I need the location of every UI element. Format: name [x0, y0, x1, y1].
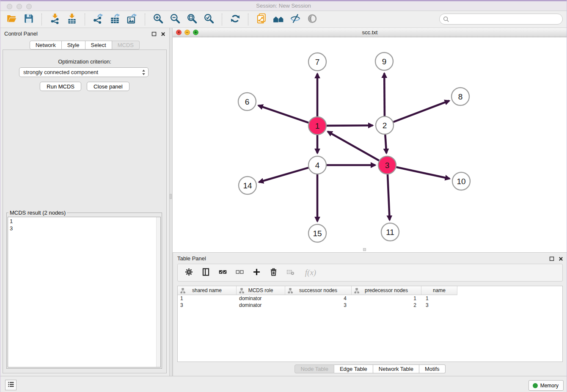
import-network-button[interactable]	[47, 13, 62, 26]
refresh-layout-button[interactable]	[228, 13, 242, 26]
window-border-left	[0, 0, 0, 392]
import-table-button[interactable]	[64, 13, 79, 26]
graph-edge-4-14[interactable]	[259, 168, 308, 182]
column-header-MCDS-role[interactable]: MCDS role	[237, 286, 285, 295]
search-icon	[443, 16, 449, 22]
node-table: shared nameMCDS rolesuccessor nodesprede…	[177, 286, 563, 362]
network-canvas[interactable]: 7968124314101511	[173, 37, 567, 252]
column-header-predecessor-nodes[interactable]: predecessor nodes	[352, 286, 421, 295]
graph-edge-2-9[interactable]	[384, 73, 385, 116]
graph-node-15[interactable]: 15	[308, 224, 326, 242]
zoom-in-button[interactable]	[151, 13, 165, 26]
tab-edge-table[interactable]: Edge Table	[334, 364, 373, 373]
tab-node-table[interactable]: Node Table	[295, 364, 334, 373]
mcds-result-list[interactable]: 1 3	[8, 217, 161, 367]
graph-node-3[interactable]: 3	[378, 156, 396, 174]
table-cell[interactable]: 1	[178, 295, 237, 301]
dropdown-stepper-icon	[142, 69, 146, 76]
table-row[interactable]: 1dominator411	[178, 295, 562, 302]
deselect-all-rows-button[interactable]	[234, 268, 245, 278]
list-icon	[7, 380, 15, 390]
tab-motifs[interactable]: Motifs	[419, 364, 446, 373]
graph-node-4[interactable]: 4	[308, 156, 326, 174]
table-cell[interactable]: 2	[352, 302, 421, 308]
graph-node-10[interactable]: 10	[452, 172, 470, 190]
tab-select[interactable]: Select	[85, 41, 112, 50]
network-window-titlebar[interactable]: × − + scc.txt	[173, 28, 567, 37]
search-input[interactable]	[449, 14, 562, 24]
graph-edge-2-8[interactable]	[394, 101, 449, 122]
table-cell[interactable]: 3	[421, 302, 457, 308]
criterion-dropdown[interactable]: strongly connected component	[19, 67, 149, 77]
memory-button[interactable]: Memory	[528, 380, 564, 391]
tab-network-table[interactable]: Network Table	[373, 364, 419, 373]
delete-column-icon	[269, 268, 278, 278]
graph-edge-3-1[interactable]	[328, 132, 379, 161]
graph-node-8[interactable]: 8	[451, 88, 469, 105]
window-zoom-button[interactable]	[26, 4, 32, 9]
svg-text:3: 3	[385, 161, 390, 170]
zoom-fit-button[interactable]	[184, 13, 199, 26]
graph-node-6[interactable]: 6	[238, 93, 256, 110]
graph-edge-1-2[interactable]	[327, 125, 373, 126]
result-scrollbar[interactable]	[156, 217, 160, 367]
column-header-successor-nodes[interactable]: successor nodes	[285, 286, 352, 295]
toolbar-separator	[85, 14, 85, 25]
graph-edge-3-11[interactable]	[388, 174, 390, 220]
tab-style[interactable]: Style	[62, 41, 85, 50]
panel-split-divider[interactable]	[169, 28, 173, 376]
divider-grip-icon[interactable]	[170, 194, 172, 199]
graph-edge-2-3[interactable]	[385, 135, 386, 153]
graph-node-9[interactable]: 9	[375, 52, 393, 70]
table-cell[interactable]: dominator	[237, 302, 285, 308]
window-close-button[interactable]	[7, 4, 12, 9]
network-close-button[interactable]: ×	[176, 30, 182, 35]
task-history-button[interactable]	[5, 380, 17, 390]
open-file-button[interactable]	[4, 13, 19, 26]
control-panel-close-button[interactable]	[161, 32, 165, 36]
show-all-button[interactable]	[305, 13, 319, 26]
table-panel-float-button[interactable]	[549, 256, 554, 261]
select-all-rows-button[interactable]	[217, 268, 228, 278]
graph-edge-3-10[interactable]	[396, 167, 450, 179]
table-cell[interactable]: 4	[285, 295, 352, 301]
network-minimize-button[interactable]: −	[184, 30, 190, 35]
graph-node-11[interactable]: 11	[381, 223, 399, 241]
column-visibility-button[interactable]	[201, 268, 211, 278]
delete-column-button[interactable]	[268, 268, 278, 278]
graph-node-7[interactable]: 7	[308, 53, 326, 71]
control-panel-float-button[interactable]	[151, 31, 157, 36]
table-cell[interactable]: 3	[178, 302, 237, 308]
tab-network[interactable]: Network	[30, 41, 62, 50]
clone-network-button[interactable]	[254, 13, 269, 26]
first-neighbors-button[interactable]	[271, 13, 286, 26]
svg-text:4: 4	[315, 161, 320, 170]
export-image-button[interactable]	[124, 13, 139, 26]
zoom-selected-button[interactable]	[201, 13, 216, 26]
table-settings-button[interactable]	[184, 268, 194, 278]
table-cell[interactable]: 1	[352, 295, 421, 301]
graph-node-1[interactable]: 1	[308, 117, 326, 135]
column-header-shared-name[interactable]: shared name	[178, 286, 237, 295]
graph-node-14[interactable]: 14	[239, 177, 256, 194]
export-table-button[interactable]	[107, 13, 122, 26]
add-column-button[interactable]	[251, 268, 261, 278]
table-row[interactable]: 3dominator323	[178, 302, 562, 309]
graph-edge-1-6[interactable]	[259, 105, 309, 123]
tab-mcds[interactable]: MCDS	[112, 41, 140, 50]
zoom-out-button[interactable]	[168, 13, 182, 26]
column-header-name[interactable]: name	[421, 286, 457, 295]
hide-selected-button[interactable]	[288, 13, 303, 26]
table-cell[interactable]: 1	[421, 295, 457, 301]
graph-node-2[interactable]: 2	[376, 116, 394, 134]
export-network-button[interactable]	[91, 13, 105, 26]
close-panel-button[interactable]: Close panel	[87, 82, 129, 91]
table-panel-close-button[interactable]	[559, 257, 563, 261]
canvas-resize-grip[interactable]	[363, 248, 366, 251]
table-cell[interactable]: 3	[285, 302, 352, 308]
table-cell[interactable]: dominator	[237, 295, 285, 301]
run-mcds-button[interactable]: Run MCDS	[40, 82, 81, 91]
save-session-button[interactable]	[21, 13, 36, 26]
network-maximize-button[interactable]: +	[193, 30, 198, 35]
window-minimize-button[interactable]	[17, 4, 22, 9]
